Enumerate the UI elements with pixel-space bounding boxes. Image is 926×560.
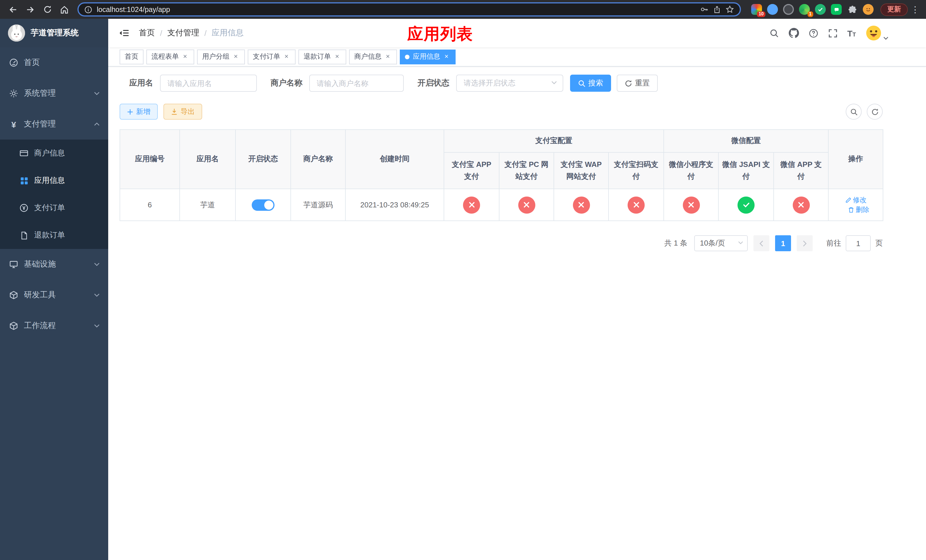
sidebar-item-app-info[interactable]: 应用信息 — [0, 167, 108, 194]
status-toggle[interactable] — [252, 199, 274, 210]
trash-icon — [848, 206, 854, 213]
reload-icon[interactable] — [40, 2, 54, 17]
sidebar-fold-icon[interactable] — [117, 26, 132, 40]
status-select[interactable]: 请选择开启状态 — [456, 75, 563, 92]
refresh-table-icon[interactable] — [867, 104, 883, 120]
tab-merchant-info[interactable]: 商户信息 × — [349, 49, 397, 64]
extension-icon[interactable]: 10 — [751, 4, 762, 15]
add-button-label: 新增 — [136, 107, 150, 117]
prev-page-button[interactable] — [754, 235, 769, 251]
sidebar-item-infrastructure[interactable]: 基础设施 — [0, 249, 108, 280]
screen: localhost:1024/pay/app 10 1 — [0, 0, 926, 560]
extension-icon[interactable]: 1 — [799, 4, 810, 15]
tab-label: 支付订单 — [253, 52, 280, 62]
gear-icon — [9, 89, 19, 98]
toggle-search-icon[interactable] — [846, 104, 862, 120]
breadcrumb-separator: / — [204, 29, 207, 38]
merchant-name-input[interactable] — [309, 75, 404, 92]
bookmark-star-icon[interactable] — [726, 5, 734, 14]
sidebar-item-home[interactable]: 首页 — [0, 47, 108, 78]
pagination: 共 1 条 10条/页 1 前往 — [120, 235, 883, 251]
edit-link-label: 修改 — [853, 195, 867, 205]
column-group-wechat: 微信配置 — [664, 130, 829, 153]
sidebar-item-pay-orders[interactable]: 支付订单 — [0, 194, 108, 222]
sidebar-item-payment[interactable]: ¥ 支付管理 — [0, 109, 108, 139]
address-bar[interactable]: localhost:1024/pay/app — [77, 2, 741, 17]
tab-home[interactable]: 首页 — [120, 49, 144, 64]
search-button[interactable]: 搜索 — [570, 75, 611, 92]
cell-created: 2021-10-23 08:49:25 — [346, 189, 444, 221]
edit-link[interactable]: 修改 — [845, 195, 867, 205]
back-icon[interactable] — [6, 2, 21, 17]
delete-link[interactable]: 删除 — [848, 205, 869, 215]
share-icon[interactable] — [713, 5, 721, 14]
tab-label: 流程表单 — [151, 52, 179, 62]
tab-pay-orders[interactable]: 支付订单 × — [248, 49, 295, 64]
tab-user-group[interactable]: 用户分组 × — [197, 49, 245, 64]
column-header: 支付宝 PC 网站支付 — [499, 153, 554, 189]
add-button[interactable]: 新增 — [120, 104, 158, 120]
channel-status-icon — [573, 196, 590, 213]
goto-label: 前往 — [826, 238, 841, 248]
tab-process-form[interactable]: 流程表单 × — [146, 49, 194, 64]
export-button[interactable]: 导出 — [163, 104, 202, 120]
page-size-select[interactable]: 10条/页 — [694, 235, 748, 251]
extension-icon[interactable] — [815, 4, 826, 15]
extension-icon[interactable] — [831, 4, 842, 15]
channel-status-icon — [463, 196, 480, 213]
breadcrumb-item[interactable]: 支付管理 — [168, 28, 199, 38]
help-icon[interactable] — [808, 28, 818, 38]
pagination-goto: 前往 页 — [826, 235, 883, 251]
sidebar-item-refund-orders[interactable]: 退款订单 — [0, 222, 108, 249]
page-size-value: 10条/页 — [700, 238, 725, 248]
reset-button[interactable]: 重置 — [617, 75, 658, 92]
tab-refund-orders[interactable]: 退款订单 × — [298, 49, 346, 64]
sidebar-item-system[interactable]: 系统管理 — [0, 78, 108, 109]
search-form: 应用名 商户名称 开启状态 请选择开启状态 — [120, 75, 883, 92]
user-avatar[interactable] — [865, 25, 888, 41]
app-name-input[interactable] — [160, 75, 257, 92]
column-header: 支付宝 WAP 网站支付 — [554, 153, 609, 189]
sidebar-item-merchant-info[interactable]: 商户信息 — [0, 139, 108, 167]
sidebar-item-label: 首页 — [24, 58, 100, 68]
browser-menu-icon[interactable]: ⋮ — [910, 4, 920, 15]
close-icon[interactable]: × — [442, 53, 451, 61]
edit-pencil-icon — [845, 197, 851, 203]
forward-icon[interactable] — [23, 2, 38, 17]
sidebar-item-label: 基础设施 — [24, 259, 94, 269]
font-size-icon[interactable]: TT — [847, 29, 856, 37]
fullscreen-icon[interactable] — [828, 28, 837, 38]
chevron-down-icon — [551, 81, 557, 84]
close-icon[interactable]: × — [232, 53, 240, 61]
goto-page-input[interactable] — [846, 235, 871, 251]
close-icon[interactable]: × — [181, 53, 189, 61]
browser-toolbar: localhost:1024/pay/app 10 1 — [0, 0, 926, 19]
breadcrumb: 首页 / 支付管理 / 应用信息 — [139, 28, 244, 38]
search-icon[interactable] — [769, 28, 779, 38]
page-number-button[interactable]: 1 — [775, 235, 791, 251]
tags-view-bar: 首页 流程表单 × 用户分组 × 支付订单 × 退款订单 × 商户信息 × — [108, 47, 926, 67]
site-info-icon[interactable] — [84, 5, 92, 14]
puzzle-extensions-icon[interactable] — [847, 4, 858, 15]
close-icon[interactable]: × — [384, 53, 392, 61]
extension-icon[interactable] — [767, 4, 778, 15]
sidebar-item-workflow[interactable]: 工作流程 — [0, 310, 108, 341]
monitor-icon — [9, 260, 19, 269]
github-icon[interactable] — [788, 28, 799, 38]
sidebar-item-label: 系统管理 — [24, 88, 94, 98]
extension-icon[interactable] — [783, 4, 794, 15]
column-header: 商户名称 — [291, 130, 346, 189]
password-key-icon[interactable] — [700, 5, 708, 14]
close-icon[interactable]: × — [283, 53, 291, 61]
breadcrumb-item[interactable]: 首页 — [139, 28, 155, 38]
sidebar-item-label: 支付订单 — [34, 203, 100, 213]
next-page-button[interactable] — [797, 235, 813, 251]
home-icon[interactable] — [57, 2, 72, 17]
sidebar-item-dev-tools[interactable]: 研发工具 — [0, 280, 108, 310]
tab-app-info[interactable]: 应用信息 × — [400, 49, 455, 64]
browser-update-button[interactable]: 更新 — [881, 3, 908, 16]
profile-avatar-icon[interactable] — [863, 4, 874, 15]
app-logo[interactable]: 芋道管理系统 — [0, 19, 108, 47]
navbar-actions: TT — [769, 25, 888, 41]
close-icon[interactable]: × — [333, 53, 341, 61]
